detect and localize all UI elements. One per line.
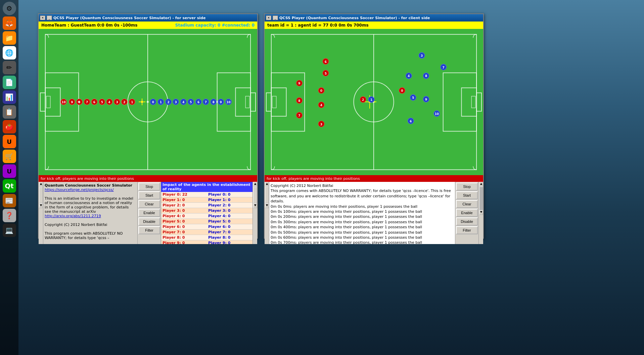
server-info-link[interactable]: https://sourceforge.net/projects/qcss/ [45, 188, 114, 192]
taskbar-icon-chrome[interactable]: 🌐 [3, 46, 16, 60]
client-window-titlebar: ✕ _ QCSS Player (Quantum Consciousness S… [265, 14, 483, 22]
svg-text:2: 2 [123, 101, 125, 104]
svg-point-35 [141, 101, 143, 103]
client-start-button[interactable]: Start [456, 191, 478, 199]
taskbar-icon-terminal[interactable]: 💻 [3, 224, 16, 237]
client-stop-button[interactable]: Stop [456, 183, 478, 191]
svg-text:5: 5 [325, 72, 327, 75]
client-clear-button[interactable]: Clear [456, 200, 478, 208]
table-cell-left: Player 6: 0 [161, 224, 207, 230]
server-start-button[interactable]: Start [138, 191, 160, 199]
client-disable-button[interactable]: Disable [456, 218, 478, 226]
svg-text:4: 4 [408, 74, 410, 78]
client-close-button[interactable]: ✕ [266, 15, 271, 20]
server-disable-button[interactable]: Disable [138, 218, 160, 226]
taskbar-icon-amazon[interactable]: 🛒 [3, 150, 16, 163]
svg-text:9: 9 [71, 101, 73, 104]
taskbar-icon-notes[interactable]: 📄 [3, 76, 16, 89]
table-cell-right: Player 6: 0 [207, 224, 252, 230]
svg-text:3: 3 [116, 101, 118, 104]
svg-text:5: 5 [412, 96, 414, 100]
taskbar-icon-clipboard[interactable]: 📋 [3, 105, 16, 119]
server-enable-button[interactable]: Enable [138, 209, 160, 217]
table-row: Player 3: 0Player 3: 0 [161, 208, 252, 213]
server-close-button[interactable]: ✕ [40, 15, 45, 20]
table-cell-left: Player 4: 0 [161, 213, 207, 219]
svg-text:2: 2 [168, 101, 170, 104]
svg-text:1: 1 [160, 101, 162, 104]
table-cell-right: Player 8: 0 [207, 235, 252, 240]
server-stop-button[interactable]: Stop [138, 183, 160, 191]
server-filter-button[interactable]: Filter [138, 226, 160, 234]
svg-text:9: 9 [220, 101, 222, 104]
client-bottom-panel: ▲ ▼ Copyright (C) 2012 Norbert BátfaiThi… [265, 182, 483, 244]
table-cell-left: Player 0: 22 [161, 192, 207, 197]
svg-point-58 [78, 101, 80, 103]
svg-text:7: 7 [205, 101, 207, 104]
server-minimize-button[interactable]: _ [47, 15, 52, 20]
server-table-header: Impact of the agents in the establishmen… [161, 182, 252, 192]
svg-text:6: 6 [93, 101, 95, 104]
client-enable-button[interactable]: Enable [456, 209, 478, 217]
log-line: 0m 0s 0ms: players are moving into their… [271, 204, 454, 209]
taskbar-icon-files[interactable]: 📁 [3, 31, 16, 45]
taskbar-icon-editor[interactable]: ✏ [3, 61, 16, 74]
log-line: 0m 0s 200ms: players are moving into the… [271, 214, 454, 219]
svg-text:7: 7 [443, 66, 445, 69]
table-cell-right: Player 1: 0 [207, 197, 252, 203]
taskbar-icon-help[interactable]: ❓ [3, 209, 16, 222]
svg-text:5: 5 [101, 101, 103, 104]
svg-text:3: 3 [175, 101, 177, 104]
server-info-warranty: This program comes with ABSOLUTELY NO WA… [45, 231, 123, 240]
svg-text:6: 6 [197, 101, 199, 104]
log-line: 0m 0s 100ms: players are moving into the… [271, 209, 454, 214]
log-line: 0m 0s 600ms: players are moving into the… [271, 235, 454, 240]
svg-text:0: 0 [401, 89, 403, 92]
svg-text:9: 9 [425, 98, 427, 101]
server-field-status-text: for kick off, players are moving into th… [41, 176, 134, 181]
taskbar-icon-firefox[interactable]: 🦊 [3, 16, 16, 30]
svg-text:10: 10 [435, 112, 439, 116]
svg-text:10: 10 [226, 101, 230, 104]
table-cell-right: Player 4: 0 [207, 213, 252, 219]
svg-text:0: 0 [320, 89, 322, 92]
taskbar-icon-u2[interactable]: U [3, 164, 16, 178]
client-minimize-button[interactable]: _ [273, 15, 278, 20]
client-field-status: for kick off, players are moving into th… [265, 175, 483, 182]
log-line: 0m 0s 700ms: players are moving into the… [271, 240, 454, 244]
server-controls-pane: Stop Start Clear Enable Disable Filter [138, 182, 161, 244]
svg-point-59 [216, 101, 218, 103]
taskbar-icon-news[interactable]: 📰 [3, 194, 16, 207]
server-status-bar: HomeTeam : GuestTeam 0:0 0m 0s -100ms St… [39, 22, 257, 29]
client-filter-button[interactable]: Filter [456, 226, 478, 234]
client-window-title: QCSS Player (Quantum Consciousness Socce… [279, 16, 482, 20]
svg-text:9: 9 [298, 82, 300, 85]
server-info-link2[interactable]: http://arxiv.org/abs/1211.2719 [45, 214, 101, 218]
server-clear-button[interactable]: Clear [138, 200, 160, 208]
taskbar-icon-system[interactable]: ⚙ [3, 2, 16, 15]
taskbar-icon-tomato[interactable]: 🍅 [3, 120, 16, 133]
table-row: Player 5: 0Player 5: 0 [161, 219, 252, 224]
server-status-left: HomeTeam : GuestTeam 0:0 0m 0s -100ms [41, 23, 137, 28]
svg-text:4: 4 [182, 101, 184, 104]
client-right-scrollbar[interactable]: ▲ ▼ [478, 182, 483, 244]
svg-text:4: 4 [108, 101, 110, 104]
svg-text:7: 7 [86, 101, 88, 104]
server-right-scrollbar[interactable]: ▲ ▼ [252, 182, 257, 244]
taskbar-icon-calc[interactable]: 📊 [3, 90, 16, 104]
client-field-svg: 6 5 9 0 8 4 7 3 [265, 29, 483, 175]
server-info-pane: Quantum Consciousness Soccer Simulator h… [43, 182, 138, 244]
client-window: ✕ _ QCSS Player (Quantum Consciousness S… [264, 13, 484, 239]
table-row: Player 6: 0Player 6: 0 [161, 224, 252, 230]
table-row: Player 4: 0Player 4: 0 [161, 213, 252, 219]
server-field: 10 9 8 7 6 5 4 3 2 1 [39, 29, 257, 175]
table-cell-right: Player 0: 0 [207, 192, 252, 197]
table-row: Player 0: 22Player 0: 0 [161, 192, 252, 197]
taskbar-icon-u1[interactable]: U [3, 135, 16, 148]
client-field: 6 5 9 0 8 4 7 3 [265, 29, 483, 175]
client-scrollbar[interactable]: ▲ ▼ [265, 182, 269, 244]
server-scrollbar[interactable]: ▲ ▼ [39, 182, 43, 244]
server-table-pane: Impact of the agents in the establishmen… [161, 182, 252, 244]
server-info-title: Quantum Consciousness Soccer Simulator [45, 183, 132, 188]
taskbar-icon-qt[interactable]: Qt [3, 179, 16, 193]
